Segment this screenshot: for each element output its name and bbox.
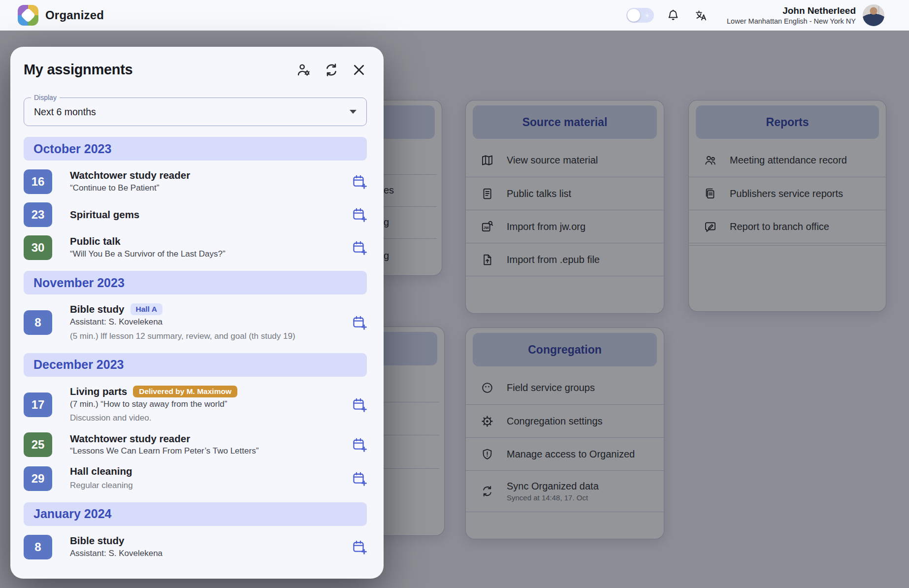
date-badge: 8	[24, 310, 52, 335]
my-assignments-modal: My assignments Display Next 6 months Oc	[10, 47, 384, 579]
assignment-row: 30Public talk“Will You Be a Survivor of …	[24, 235, 367, 260]
display-select-label: Display	[31, 94, 60, 101]
assignment-subtitle: “Lessons We Can Learn From Peter’s Two L…	[70, 446, 342, 457]
month-section: January 20248Bible studyAssistant: S. Ko…	[24, 502, 367, 559]
date-badge: 30	[24, 235, 52, 260]
assignment-subtitle: Assistant: S. Kovelekena	[70, 548, 342, 559]
language-translate-icon[interactable]	[694, 9, 707, 22]
assignment-content: Bible studyHall AAssistant: S. Koveleken…	[70, 303, 348, 342]
assignment-content: Living partsDelivered by M. Maximow(7 mi…	[70, 386, 348, 425]
top-bar: Organized ☀ John Netherleed Lower Manhat…	[0, 0, 909, 31]
assignment-row: 16Watchtower study reader“Continue to Be…	[24, 169, 367, 194]
assignment-title: Bible studyHall A	[70, 303, 342, 315]
assignment-title: Living partsDelivered by M. Maximow	[70, 386, 342, 397]
month-section: December 202317Living partsDelivered by …	[24, 353, 367, 491]
delivered-badge: Delivered by M. Maximow	[133, 386, 237, 397]
app-logo	[18, 5, 38, 26]
assignment-subtitle: (7 min.) “How to stay away from the worl…	[70, 399, 342, 410]
assignment-content: Bible studyAssistant: S. Kovelekena	[70, 535, 348, 559]
assignment-title-text: Spiritual gems	[70, 209, 139, 221]
assignment-title: Public talk	[70, 235, 342, 247]
add-to-calendar-icon[interactable]	[352, 315, 367, 330]
assignment-title-text: Hall cleaning	[70, 465, 132, 477]
sun-icon: ☀	[644, 12, 650, 19]
assignment-content: Spiritual gems	[70, 209, 348, 221]
add-to-calendar-icon[interactable]	[352, 174, 367, 189]
date-badge: 8	[24, 535, 52, 559]
avatar[interactable]	[863, 4, 884, 26]
assignment-title: Watchtower study reader	[70, 433, 342, 445]
assignment-subtitle: Discussion and video.	[70, 413, 342, 424]
assignee-settings-icon[interactable]	[296, 62, 312, 78]
assignment-content: Watchtower study reader“Continue to Be P…	[70, 169, 348, 194]
display-select-value: Next 6 months	[34, 106, 96, 118]
add-to-calendar-icon[interactable]	[352, 437, 367, 452]
assignments-list: October 202316Watchtower study reader“Co…	[24, 137, 367, 559]
toggle-knob	[627, 9, 640, 22]
assignment-subtitle: “Will You Be a Survivor of the Last Days…	[70, 249, 342, 260]
month-header: October 2023	[24, 137, 367, 161]
assignment-row: 25Watchtower study reader“Lessons We Can…	[24, 432, 367, 457]
date-badge: 23	[24, 202, 52, 227]
date-badge: 16	[24, 169, 52, 194]
add-to-calendar-icon[interactable]	[352, 207, 367, 222]
modal-header: My assignments	[24, 62, 367, 78]
date-badge: 17	[24, 392, 52, 417]
assignment-title-text: Public talk	[70, 235, 121, 247]
assignment-row: 8Bible studyHall AAssistant: S. Koveleke…	[24, 303, 367, 342]
date-badge: 25	[24, 432, 52, 457]
add-to-calendar-icon[interactable]	[352, 471, 367, 486]
user-name: John Netherleed	[727, 5, 856, 17]
close-icon[interactable]	[351, 62, 367, 78]
assignment-subtitle: Assistant: S. Kovelekena	[70, 317, 342, 328]
theme-toggle[interactable]: ☀	[626, 8, 654, 23]
add-to-calendar-icon[interactable]	[352, 240, 367, 255]
assignment-title-text: Bible study	[70, 535, 125, 547]
assignment-title: Watchtower study reader	[70, 169, 342, 181]
month-header: January 2024	[24, 502, 367, 526]
user-menu[interactable]: John Netherleed Lower Manhattan English …	[727, 5, 856, 26]
add-to-calendar-icon[interactable]	[352, 540, 367, 555]
month-header: November 2023	[24, 271, 367, 294]
assignment-row: 29Hall cleaningRegular cleaning	[24, 465, 367, 491]
assignment-content: Public talk“Will You Be a Survivor of th…	[70, 235, 348, 260]
assignment-content: Watchtower study reader“Lessons We Can L…	[70, 433, 348, 457]
assignment-title: Spiritual gems	[70, 209, 342, 221]
assignment-title: Bible study	[70, 535, 342, 547]
month-section: October 202316Watchtower study reader“Co…	[24, 137, 367, 260]
hall-badge: Hall A	[130, 303, 162, 315]
assignment-row: 8Bible studyAssistant: S. Kovelekena	[24, 535, 367, 559]
assignment-title-text: Bible study	[70, 303, 125, 315]
month-header: December 2023	[24, 353, 367, 377]
assignment-title-text: Watchtower study reader	[70, 169, 190, 181]
notifications-bell-icon[interactable]	[667, 9, 680, 22]
assignment-row: 17Living partsDelivered by M. Maximow(7 …	[24, 386, 367, 425]
assignment-subtitle: Regular cleaning	[70, 480, 342, 491]
refresh-icon[interactable]	[324, 62, 339, 78]
assignment-title: Hall cleaning	[70, 465, 342, 477]
assignment-title-text: Watchtower study reader	[70, 433, 190, 445]
month-section: November 20238Bible studyHall AAssistant…	[24, 271, 367, 342]
modal-title: My assignments	[24, 62, 284, 78]
display-select[interactable]: Display Next 6 months	[24, 98, 367, 126]
assignment-content: Hall cleaningRegular cleaning	[70, 465, 348, 491]
assignment-title-text: Living parts	[70, 386, 127, 397]
app-title: Organized	[45, 8, 104, 22]
date-badge: 29	[24, 466, 52, 491]
user-congregation: Lower Manhattan English - New York NY	[727, 17, 856, 25]
chevron-down-icon	[350, 110, 357, 114]
assignment-row: 23Spiritual gems	[24, 202, 367, 227]
assignment-subtitle: (5 min.) lff lesson 12 summary, review, …	[70, 331, 342, 342]
assignment-subtitle: “Continue to Be Patient”	[70, 183, 342, 194]
add-to-calendar-icon[interactable]	[352, 397, 367, 412]
